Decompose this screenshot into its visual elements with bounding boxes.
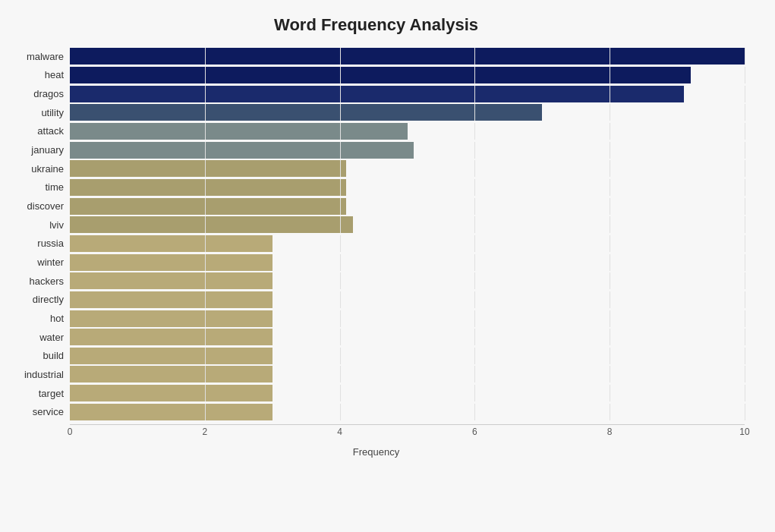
gridline xyxy=(474,385,475,401)
gridline xyxy=(474,310,475,327)
bar-fill xyxy=(70,291,273,308)
bar-row: hot xyxy=(8,309,745,328)
bar-track xyxy=(70,235,745,252)
bar-fill xyxy=(70,329,273,345)
gridline xyxy=(610,123,610,140)
gridline xyxy=(474,179,475,196)
bar-fill xyxy=(70,254,273,271)
bar-track xyxy=(70,348,745,364)
chart-title: Word Frequency Analysis xyxy=(8,15,745,35)
gridline xyxy=(610,160,610,177)
bars-section: malwareheatdragosutilityattackjanuaryukr… xyxy=(8,47,745,421)
bar-fill xyxy=(70,272,273,289)
bar-fill xyxy=(70,198,346,215)
bar-track xyxy=(70,160,745,177)
bar-label: january xyxy=(8,144,70,156)
gridline xyxy=(745,216,745,233)
x-tick: 8 xyxy=(607,427,613,437)
gridline xyxy=(340,291,341,308)
bar-track xyxy=(70,48,745,65)
x-axis: 0246810 Frequency xyxy=(8,424,745,458)
gridline xyxy=(610,366,610,382)
bar-label: industrial xyxy=(8,369,70,380)
gridline xyxy=(610,104,610,121)
bar-row: service xyxy=(8,402,745,421)
gridline xyxy=(474,348,475,364)
bar-track xyxy=(70,123,745,140)
gridline xyxy=(610,272,610,289)
gridline xyxy=(340,385,341,401)
gridline xyxy=(610,179,610,196)
bar-fill xyxy=(70,104,542,121)
gridline xyxy=(340,348,341,364)
gridline xyxy=(474,123,475,140)
gridline xyxy=(474,198,475,215)
gridline xyxy=(745,272,745,289)
bar-track xyxy=(70,366,745,382)
bar-track xyxy=(70,329,745,345)
gridline xyxy=(745,160,745,177)
bar-row: attack xyxy=(8,122,745,141)
bar-row: hackers xyxy=(8,272,745,291)
bar-fill xyxy=(70,404,273,420)
gridline xyxy=(340,254,341,271)
gridline xyxy=(610,216,610,233)
x-axis-ticks: 0246810 xyxy=(70,425,745,440)
gridline xyxy=(745,291,745,308)
bar-label: discover xyxy=(8,200,70,212)
bar-fill xyxy=(70,235,273,252)
bar-label: utility xyxy=(8,107,70,118)
bar-label: target xyxy=(8,388,70,399)
bar-label: lviv xyxy=(8,219,70,231)
bar-row: directly xyxy=(8,291,745,310)
gridline xyxy=(340,329,341,345)
gridline xyxy=(610,310,610,327)
bar-label: attack xyxy=(8,125,70,137)
gridline xyxy=(474,329,475,345)
gridline xyxy=(745,198,745,215)
bar-row: discover xyxy=(8,197,745,216)
bar-fill xyxy=(70,348,273,364)
bar-track xyxy=(70,272,745,289)
gridline xyxy=(474,235,475,252)
gridline xyxy=(340,310,341,327)
bar-row: january xyxy=(8,140,745,159)
bar-row: russia xyxy=(8,235,745,253)
gridline xyxy=(474,291,475,308)
gridline xyxy=(610,385,610,401)
gridline xyxy=(745,86,745,102)
bar-track xyxy=(70,216,745,233)
bar-label: hot xyxy=(8,313,70,324)
bar-label: dragos xyxy=(8,88,70,99)
bar-fill xyxy=(70,86,684,102)
bar-label: water xyxy=(8,332,70,343)
gridline xyxy=(745,404,745,420)
bar-row: utility xyxy=(8,103,745,122)
x-tick: 6 xyxy=(472,427,477,437)
bar-row: industrial xyxy=(8,365,745,384)
gridline xyxy=(745,310,745,327)
bar-track xyxy=(70,179,745,196)
bar-row: heat xyxy=(8,66,745,85)
gridline xyxy=(474,404,475,420)
bar-label: russia xyxy=(8,238,70,249)
bar-fill xyxy=(70,123,408,140)
gridline xyxy=(745,48,745,65)
bar-row: target xyxy=(8,384,745,403)
bar-row: lviv xyxy=(8,216,745,235)
gridline xyxy=(474,272,475,289)
bar-track xyxy=(70,67,745,83)
bar-track xyxy=(70,104,745,121)
bar-track xyxy=(70,291,745,308)
bar-row: time xyxy=(8,178,745,197)
gridline xyxy=(610,235,610,252)
bar-track xyxy=(70,142,745,159)
bar-track xyxy=(70,198,745,215)
bar-fill xyxy=(70,179,346,196)
gridline xyxy=(745,348,745,364)
gridline xyxy=(474,254,475,271)
gridline xyxy=(340,272,341,289)
x-tick: 10 xyxy=(739,427,749,437)
bar-label: service xyxy=(8,406,70,417)
bar-track xyxy=(70,404,745,420)
